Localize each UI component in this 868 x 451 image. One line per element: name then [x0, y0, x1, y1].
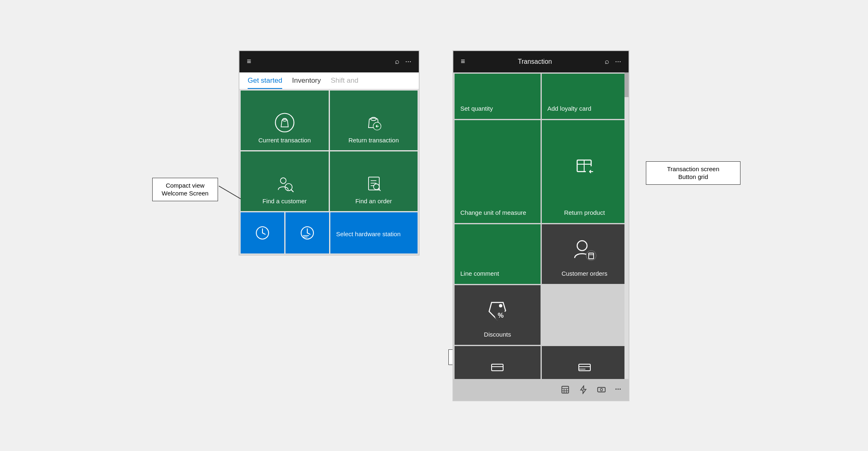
svg-rect-40	[562, 386, 569, 393]
clock1-icon	[254, 225, 271, 241]
more-icon[interactable]: ···	[405, 57, 411, 66]
line-comment-label: Line comment	[460, 270, 499, 277]
customer-orders-svg	[571, 236, 599, 264]
line-comment-tile[interactable]: Line comment	[455, 224, 541, 284]
current-transaction-label: Current transaction	[258, 137, 311, 144]
select-hardware-tile[interactable]: Select hardware station	[330, 212, 418, 253]
return-product-tile[interactable]: Return product	[542, 120, 628, 223]
add-loyalty-label: Add loyalty card	[548, 105, 592, 112]
clock2-icon	[299, 225, 316, 241]
discounts-svg: %	[483, 297, 511, 325]
customer-orders-tile[interactable]: Customer orders	[542, 224, 628, 284]
return-bag-icon	[363, 112, 384, 133]
svg-text:%: %	[498, 312, 504, 319]
tab-inventory[interactable]: Inventory	[292, 77, 321, 89]
return-product-icon-container	[548, 126, 622, 206]
right-phone-header: ≡ Transaction ⌕ ···	[453, 51, 629, 72]
svg-point-5	[280, 178, 286, 184]
svg-rect-45	[598, 387, 605, 392]
partial-tile-2[interactable]	[542, 346, 628, 379]
current-transaction-tile[interactable]: Current transaction	[241, 91, 329, 150]
right-button-grid: Set quantity Add loyalty card Change uni…	[453, 72, 629, 346]
find-customer-label: Find a customer	[262, 198, 307, 205]
svg-rect-2	[283, 118, 287, 121]
calculator-icon[interactable]	[561, 385, 570, 394]
return-product-label: Return product	[564, 209, 605, 216]
right-phone: Transaction screenButton grid Actions me…	[453, 50, 629, 401]
select-hardware-label: Select hardware station	[336, 230, 401, 237]
right-more-icon[interactable]: ···	[615, 57, 621, 66]
svg-line-16	[262, 233, 265, 234]
tab-get-started[interactable]: Get started	[248, 77, 282, 89]
search-icon[interactable]: ⌕	[395, 57, 399, 66]
tab-bar: Get started Inventory Shift and	[239, 72, 419, 89]
svg-rect-37	[579, 364, 590, 371]
left-phone: Compact viewWelcome Screen ≡ ⌕ ··· Get s…	[239, 50, 420, 256]
change-uom-label: Change unit of measure	[460, 209, 526, 216]
menu-icon[interactable]: ≡	[247, 57, 251, 66]
diagram-container: Compact viewWelcome Screen ≡ ⌕ ··· Get s…	[222, 34, 646, 418]
set-quantity-tile[interactable]: Set quantity	[455, 74, 541, 119]
discounts-tile[interactable]: % Discounts	[455, 285, 541, 345]
find-order-icon	[363, 173, 384, 194]
return-product-svg	[570, 151, 599, 181]
find-order-tile[interactable]: Find an order	[330, 151, 418, 211]
lightning-icon[interactable]	[579, 385, 588, 394]
svg-point-28	[577, 241, 587, 251]
svg-line-7	[291, 189, 293, 191]
main-button-grid: Current transaction Return transaction	[239, 89, 419, 212]
return-transaction-tile[interactable]: Return transaction	[330, 91, 418, 150]
customer-orders-label: Customer orders	[562, 270, 608, 277]
customer-orders-icon	[548, 230, 622, 270]
left-phone-header: ≡ ⌕ ···	[239, 51, 419, 72]
clock2-tile[interactable]	[285, 212, 329, 253]
partial-icon-1	[490, 360, 505, 375]
compact-view-label: Compact viewWelcome Screen	[152, 178, 218, 201]
find-customer-tile[interactable]: Find a customer	[241, 151, 329, 211]
set-quantity-label: Set quantity	[460, 105, 493, 112]
find-customer-icon	[274, 173, 295, 194]
more-options-icon[interactable]: ···	[615, 385, 621, 394]
partial-tile-1[interactable]	[455, 346, 541, 379]
svg-rect-3	[371, 117, 376, 121]
add-loyalty-tile[interactable]: Add loyalty card	[542, 74, 628, 119]
right-phone-frame: ≡ Transaction ⌕ ··· Set quantity A	[453, 50, 629, 401]
svg-point-46	[600, 388, 603, 391]
right-search-icon[interactable]: ⌕	[605, 57, 609, 66]
svg-point-32	[499, 304, 502, 307]
transaction-screen-label: Transaction screenButton grid	[646, 161, 740, 185]
money-icon[interactable]	[597, 385, 606, 394]
phone-bottom-bar: ···	[453, 379, 629, 400]
discounts-icon: %	[460, 291, 535, 331]
tab-shift[interactable]: Shift and	[331, 77, 358, 89]
partial-icon-2	[577, 360, 592, 375]
right-header-title: Transaction	[518, 58, 552, 65]
clock1-tile[interactable]	[241, 212, 284, 253]
find-order-label: Find an order	[355, 198, 392, 205]
scrollbar[interactable]	[624, 72, 629, 379]
svg-rect-35	[492, 364, 503, 371]
right-menu-icon[interactable]: ≡	[461, 57, 465, 66]
shopping-bag-icon	[274, 112, 295, 133]
bottom-button-grid: Select hardware station	[239, 212, 419, 255]
change-uom-tile[interactable]: Change unit of measure	[455, 120, 541, 223]
svg-point-1	[275, 113, 294, 132]
discounts-label: Discounts	[484, 331, 511, 338]
header-icons-right: ⌕ ···	[395, 57, 411, 66]
partial-tiles	[453, 346, 629, 379]
return-transaction-label: Return transaction	[348, 137, 399, 144]
left-phone-frame: ≡ ⌕ ··· Get started Inventory Shift and	[239, 50, 420, 256]
right-header-icons: ⌕ ···	[605, 57, 621, 66]
svg-line-19	[307, 233, 310, 234]
scrollbar-thumb	[624, 72, 629, 97]
